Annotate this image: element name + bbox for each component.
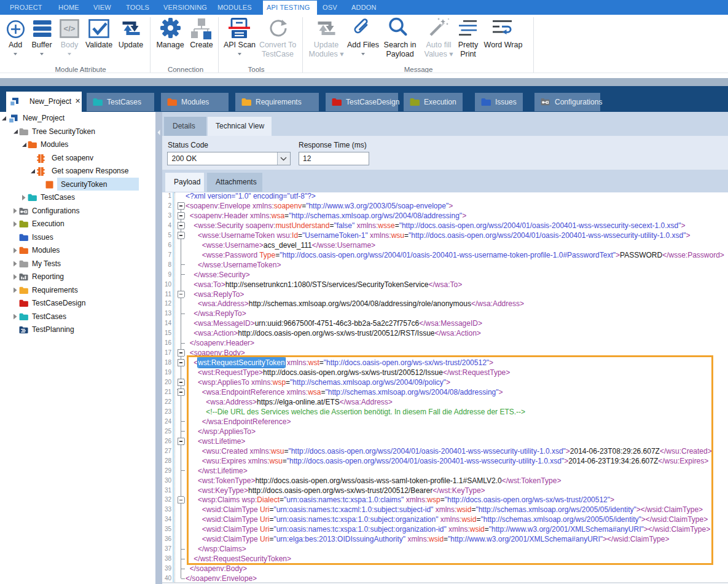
svg-text:</>: </> — [64, 24, 76, 33]
